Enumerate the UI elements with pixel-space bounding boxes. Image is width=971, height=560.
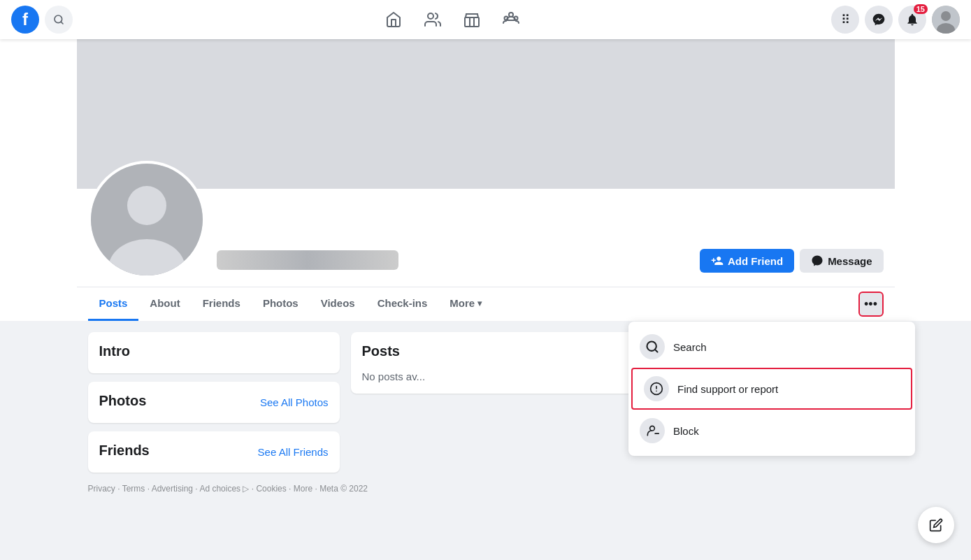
friends-nav-button[interactable] (416, 3, 449, 36)
photos-card: Photos See All Photos (88, 382, 340, 423)
search-dropdown-label: Search (673, 341, 707, 353)
home-nav-button[interactable] (377, 3, 410, 36)
see-all-friends-link[interactable]: See All Friends (258, 446, 329, 458)
intro-title: Intro (99, 343, 329, 359)
profile-name (217, 250, 398, 270)
logo-letter: f (22, 10, 28, 29)
compose-fab-button[interactable] (918, 507, 954, 543)
profile-name-area (217, 250, 700, 278)
footer-ad-choices[interactable]: Ad choices (199, 484, 240, 494)
report-dropdown-label: Find support or report (677, 383, 778, 395)
footer-more[interactable]: More (294, 484, 312, 494)
add-friend-button[interactable]: Add Friend (700, 249, 794, 273)
tab-posts[interactable]: Posts (88, 287, 139, 321)
svg-rect-3 (465, 17, 479, 27)
add-friend-label: Add Friend (728, 255, 783, 267)
notifications-button[interactable]: 15 (898, 6, 926, 34)
nav-right: ⠿ 15 (831, 6, 960, 34)
tab-videos[interactable]: Videos (310, 287, 366, 321)
profile-tabs-bar: Posts About Friends Photos Videos Check-… (77, 287, 895, 321)
facebook-logo[interactable]: f (11, 6, 39, 34)
marketplace-nav-button[interactable] (455, 3, 489, 36)
footer-links: Privacy · Terms · Advertising · Ad choic… (88, 484, 368, 494)
svg-point-2 (428, 13, 433, 19)
footer-advertising[interactable]: Advertising (152, 484, 193, 494)
three-dots-icon: ••• (864, 297, 877, 312)
see-all-photos-link[interactable]: See All Photos (260, 396, 329, 408)
groups-nav-button[interactable] (494, 3, 528, 36)
more-dropdown-arrow: ▾ (477, 299, 482, 308)
messenger-button[interactable] (865, 6, 893, 34)
footer-terms[interactable]: Terms (122, 484, 145, 494)
search-dropdown-icon (640, 334, 665, 359)
grid-menu-button[interactable]: ⠿ (831, 6, 859, 34)
tab-photos[interactable]: Photos (252, 287, 310, 321)
friends-title: Friends (99, 443, 150, 459)
user-avatar-button[interactable] (932, 6, 960, 34)
dropdown-search[interactable]: Search (628, 327, 915, 366)
message-button[interactable]: Message (800, 249, 883, 273)
grid-icon: ⠿ (841, 12, 850, 27)
tab-about[interactable]: About (138, 287, 191, 321)
dropdown-block[interactable]: Block (628, 411, 915, 450)
svg-line-16 (655, 350, 658, 352)
left-column: Intro Photos See All Photos Friends See … (88, 332, 340, 473)
intro-card: Intro (88, 332, 340, 373)
message-label: Message (828, 255, 872, 267)
dropdown-report[interactable]: Find support or report (631, 368, 912, 410)
footer-copyright: Meta © 2022 (319, 484, 368, 494)
tab-checkins[interactable]: Check-ins (366, 287, 439, 321)
profile-cover-area: Add Friend Message Posts About Friends P… (0, 0, 971, 321)
nav-center (377, 3, 528, 36)
footer: Privacy · Terms · Advertising · Ad choic… (77, 484, 895, 505)
svg-point-13 (127, 186, 166, 225)
photos-title: Photos (99, 393, 147, 409)
svg-line-1 (61, 22, 63, 24)
profile-info-row: Add Friend Message (77, 161, 895, 287)
svg-point-10 (941, 11, 951, 21)
profile-actions: Add Friend Message (700, 249, 884, 278)
profile-dropdown-menu: Search Find support or report Block (628, 322, 915, 456)
search-button[interactable] (45, 6, 73, 34)
friends-card: Friends See All Friends (88, 431, 340, 473)
block-dropdown-icon (640, 418, 665, 443)
block-dropdown-label: Block (673, 425, 699, 437)
three-dots-button[interactable]: ••• (858, 292, 884, 317)
tab-more[interactable]: More ▾ (438, 287, 493, 321)
footer-privacy[interactable]: Privacy (88, 484, 115, 494)
tab-friends[interactable]: Friends (192, 287, 252, 321)
svg-point-20 (650, 426, 655, 431)
report-dropdown-icon (644, 376, 669, 401)
top-navigation: f (0, 0, 971, 39)
nav-left: f (11, 6, 73, 34)
footer-cookies[interactable]: Cookies (256, 484, 286, 494)
notification-badge: 15 (914, 4, 928, 14)
profile-avatar (88, 161, 206, 278)
